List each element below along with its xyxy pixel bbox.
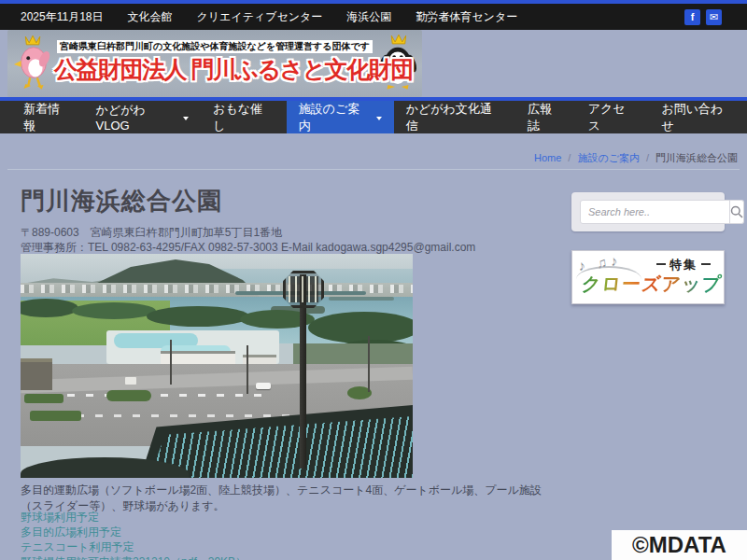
header: 宮崎県東臼杵郡門川町の文化施設や体育施設などを管理運営する団体です 公益財団法人…	[0, 30, 747, 97]
nav-item-facilities[interactable]: 施設のご案内	[287, 101, 394, 133]
search-icon	[730, 205, 743, 218]
site-identity: 宮崎県東臼杵郡門川町の文化施設や体育施設などを管理運営する団体です 公益財団法人…	[54, 36, 375, 85]
photo-hedge	[106, 390, 151, 401]
postal-address: 〒889-0603 宮崎県東臼杵郡門川町加草5丁目1番地	[21, 225, 282, 241]
nav-item-contact[interactable]: お問い合わせ	[649, 101, 747, 133]
photo-light-pole	[170, 340, 172, 385]
social-links: f ✉	[684, 9, 722, 25]
breadcrumb-current-page: 門川海浜総合公園	[655, 152, 738, 163]
nav-item-news[interactable]: 新着情報	[11, 101, 84, 133]
link-multipurpose-schedule[interactable]: 多目的広場利用予定	[21, 525, 247, 539]
utility-link-creative-center[interactable]: クリエイティブセンター	[197, 9, 323, 25]
breadcrumb-facilities[interactable]: 施設のご案内	[577, 152, 640, 163]
site-banner[interactable]: 宮崎県東臼杵郡門川町の文化施設や体育施設などを管理運営する団体です 公益財団法人…	[7, 30, 422, 97]
photo-breakwater	[329, 297, 394, 301]
utility-link-kinrosha-taiiku-center[interactable]: 勤労者体育センター	[416, 9, 517, 25]
main-nav: 新着情報 かどがわVLOG おもな催し 施設のご案内 かどがわ文化通信 広報誌 …	[0, 101, 747, 133]
feature-title: クローズアップ	[581, 272, 724, 297]
mascot-pink-bird-icon	[11, 34, 56, 93]
utility-bar: 2025年11月18日 文化会館 クリエイティブセンター 海浜公園 勤労者体育セ…	[0, 4, 747, 30]
site-tagline: 宮崎県東臼杵郡門川町の文化施設や体育施設などを管理運営する団体です	[57, 40, 373, 53]
site-title: 公益財団法人 門川ふるさと文化財団	[54, 54, 375, 85]
breadcrumb-separator: /	[640, 152, 655, 163]
feature-closeup-banner[interactable]: ♪ ♫♪ 特集 クローズアップ	[571, 250, 725, 304]
nav-item-pr-magazine[interactable]: 広報誌	[515, 101, 576, 133]
link-tennis-schedule[interactable]: テニスコート利用予定	[21, 540, 247, 554]
breadcrumb-home[interactable]: Home	[534, 152, 561, 163]
search-widget	[571, 192, 725, 231]
utility-link-kaihin-koen[interactable]: 海浜公園	[346, 9, 391, 25]
nav-item-vlog[interactable]: かどがわVLOG	[84, 101, 202, 133]
search-input[interactable]	[580, 200, 730, 224]
link-baseball-permit-pdf[interactable]: 野球場使用許可申請書231210（pdf：39KB）	[21, 555, 247, 560]
facility-description: 多目的運動広場（ソフトボール場2面、陸上競技場）、テニスコート4面、ゲートボール…	[21, 483, 560, 514]
breadcrumb-separator: /	[561, 152, 577, 163]
content-divider	[7, 169, 740, 170]
search-button[interactable]	[730, 200, 744, 224]
chevron-down-icon	[183, 117, 189, 120]
photo-tree-row	[308, 312, 413, 343]
document-links: 野球場利用予定 多目的広場利用予定 テニスコート利用予定 野球場使用許可申請書2…	[21, 511, 247, 560]
photo-stadium-light-head	[283, 271, 324, 308]
link-baseball-schedule[interactable]: 野球場利用予定	[21, 511, 247, 525]
nav-item-culture-news[interactable]: かどがわ文化通信	[394, 101, 515, 133]
facebook-icon[interactable]: f	[684, 9, 700, 25]
email-icon[interactable]: ✉	[706, 9, 722, 25]
photo-light-pole	[368, 336, 370, 392]
page: 2025年11月18日 文化会館 クリエイティブセンター 海浜公園 勤労者体育セ…	[0, 0, 747, 560]
photo-parking-lines	[49, 394, 263, 397]
watermark: ©MDATA	[612, 530, 747, 560]
photo-car	[256, 383, 271, 389]
photo-building	[21, 358, 52, 390]
photo-hedge	[24, 394, 63, 403]
photo-hedge	[30, 411, 81, 421]
nav-item-events[interactable]: おもな催し	[201, 101, 287, 133]
current-date: 2025年11月18日	[21, 9, 104, 25]
photo-tree-row	[72, 302, 156, 319]
utility-link-bunka-kaikan[interactable]: 文化会館	[128, 9, 173, 25]
nav-item-access[interactable]: アクセス	[576, 101, 650, 133]
photo-light-pole	[247, 345, 248, 394]
photo-tree-row	[147, 306, 249, 327]
page-title: 門川海浜総合公園	[21, 185, 222, 217]
breadcrumb: Home/施設のご案内/門川海浜総合公園	[534, 151, 738, 165]
park-photo	[21, 254, 413, 478]
photo-truck	[125, 377, 136, 385]
chevron-down-icon	[376, 117, 382, 120]
